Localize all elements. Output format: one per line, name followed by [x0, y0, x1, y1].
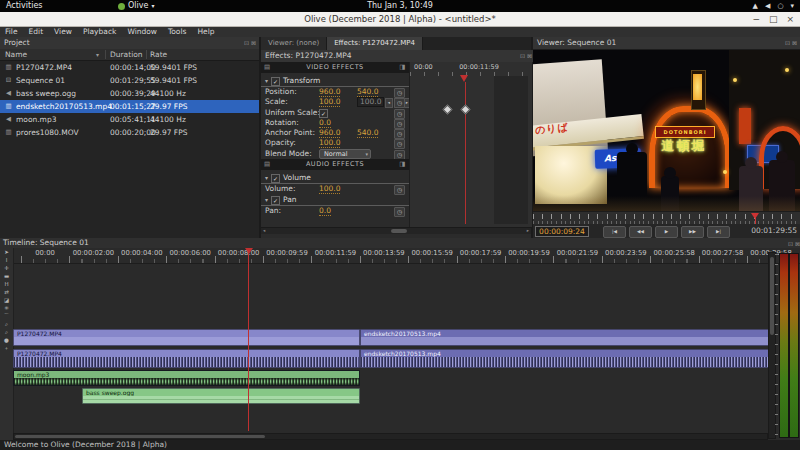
column-duration[interactable]: Duration	[110, 49, 143, 60]
audio-effects-bar[interactable]: ▤ AUDIO EFFECTS ◨	[261, 159, 409, 170]
pan-section-header[interactable]: ▾✓Pan	[261, 194, 409, 206]
project-column-headers[interactable]: Name ▾ Duration Rate	[0, 49, 259, 61]
menu-tools[interactable]: Tools	[168, 27, 186, 37]
effect-menu-icon[interactable]: ▤	[264, 62, 271, 73]
column-rate[interactable]: Rate	[150, 49, 167, 60]
parameter-checkbox[interactable]: ✓	[319, 109, 328, 118]
timeline-clip[interactable]: moon.mp3	[13, 370, 360, 386]
collapse-icon[interactable]: ▾	[265, 77, 268, 84]
blend-mode-dropdown[interactable]: Normal▾	[319, 149, 371, 159]
project-panel: Project ⊡⊠ Name ▾ Duration Rate ▥P127047…	[0, 37, 261, 238]
volume-section-header[interactable]: ▾✓Volume	[261, 172, 409, 184]
effects-panel: Viewer: (none) Effects: P1270472.MP4 Eff…	[261, 37, 533, 238]
close-panel-icon[interactable]: ⊠	[792, 37, 797, 49]
street-light	[733, 78, 737, 82]
timeline-tracks[interactable]: P1270472.MP4endsketch20170513.mp4P127047…	[0, 263, 800, 440]
current-timecode[interactable]: 00:00:09:24	[535, 226, 589, 237]
viewer-playhead[interactable]	[755, 213, 756, 224]
volume-icon[interactable]: ◀	[765, 0, 770, 12]
close-button[interactable]: ×	[786, 14, 794, 24]
effects-horizontal-scrollbar[interactable]: ◂▸	[261, 227, 531, 234]
float-panel-icon[interactable]: ⊡	[244, 37, 249, 49]
menu-file[interactable]: File	[5, 27, 18, 37]
timeline-clip[interactable]: endsketch20170513.mp4	[360, 329, 770, 346]
app-menu[interactable]: Olive ▾	[118, 0, 154, 12]
parameter-value[interactable]: 100.0	[319, 138, 340, 148]
go-to-start-button[interactable]: |◀	[603, 226, 626, 238]
collapse-icon[interactable]: ▾	[265, 174, 268, 181]
keyframe-playhead-handle[interactable]	[460, 75, 468, 82]
ruler-timecode: 00:00:23:59	[605, 249, 646, 257]
network-icon[interactable]: ▲	[753, 0, 758, 12]
keyframe-ruler[interactable]: 00:00 00:00:11:59	[410, 62, 532, 76]
next-frame-button[interactable]: ▶▶	[681, 226, 704, 238]
effect-toggle-icon[interactable]: ◨	[399, 62, 406, 73]
project-item[interactable]: ◀moon.mp300:05:41;1144100 Hz	[0, 113, 259, 126]
parameter-value[interactable]: 0.0	[319, 118, 331, 128]
scrollbar-thumb[interactable]	[15, 435, 265, 438]
menu-help[interactable]: Help	[197, 27, 214, 37]
volume-enabled-checkbox[interactable]: ✓	[271, 174, 280, 183]
minimize-button[interactable]: −	[752, 14, 760, 24]
media-rate: 59.9401 FPS	[150, 74, 197, 87]
parameter-value[interactable]: 960.0	[319, 87, 340, 97]
scrollbar-thumb[interactable]	[770, 257, 774, 335]
parameter-value[interactable]: 960.0	[319, 128, 340, 138]
timeline-clip[interactable]: P1270472.MP4	[13, 329, 360, 346]
play-button[interactable]: ▶	[655, 226, 678, 238]
close-panel-icon[interactable]: ⊠	[527, 50, 532, 62]
menu-playback[interactable]: Playback	[83, 27, 116, 37]
parameter-value[interactable]: 100.0	[319, 97, 340, 107]
project-item[interactable]: ▥endsketch20170513.mp400:01:15;2729.97 F…	[0, 100, 259, 113]
parameter-value[interactable]: 540.0	[357, 87, 378, 97]
prev-frame-button[interactable]: ◀◀	[629, 226, 652, 238]
scrollbar-thumb[interactable]	[391, 229, 407, 233]
tab-effects[interactable]: Effects: P1270472.MP4	[327, 37, 423, 50]
video-effects-bar[interactable]: ▤ VIDEO EFFECTS ◨	[261, 62, 409, 73]
pointer-tool[interactable]: ➤	[1, 248, 12, 256]
caret-down-icon[interactable]: ▾	[790, 0, 794, 12]
menu-window[interactable]: Window	[127, 27, 157, 37]
menu-view[interactable]: View	[54, 27, 72, 37]
project-item[interactable]: ◀bass sweep.ogg00:00:39;2944100 Hz	[0, 87, 259, 100]
project-item[interactable]: ▥P1270472.MP400:00:14;0059.9401 FPS	[0, 61, 259, 74]
go-to-end-button[interactable]: ▶|	[707, 226, 730, 238]
transform-section-header[interactable]: ▾✓Transform	[261, 75, 409, 87]
pan-value[interactable]: 0.0	[319, 206, 331, 216]
viewer-seek-bar[interactable]	[533, 211, 800, 225]
timeline-playhead[interactable]	[248, 248, 249, 431]
timeline-panel-header[interactable]: Timeline: Sequence 01 ⊡⊠	[0, 238, 800, 248]
maximize-button[interactable]: □	[769, 14, 778, 24]
float-panel-icon[interactable]: ⊡	[520, 50, 525, 62]
volume-value[interactable]: 100.0	[319, 184, 340, 194]
keyframe-marker[interactable]	[461, 105, 471, 115]
ruler-timecode: 00:00	[35, 249, 55, 257]
project-item[interactable]: ▥prores1080.MOV00:00:20;0029.97 FPS	[0, 126, 259, 139]
pan-enabled-checkbox[interactable]: ✓	[271, 196, 280, 205]
project-item[interactable]: ⊟Sequence 0100:01:29;5559.9401 FPS	[0, 74, 259, 87]
power-icon[interactable]: ○	[777, 0, 783, 12]
timeline-horizontal-scrollbar[interactable]	[13, 433, 768, 440]
float-panel-icon[interactable]: ⊡	[785, 37, 790, 49]
menu-edit[interactable]: Edit	[29, 27, 44, 37]
video-frame[interactable]: のりば Asahi DOTONBORI 道頓堀	[533, 50, 800, 211]
close-panel-icon[interactable]: ⊠	[251, 37, 256, 49]
transform-enabled-checkbox[interactable]: ✓	[271, 77, 280, 86]
collapse-icon[interactable]: ▾	[265, 196, 268, 203]
timeline-ruler[interactable]: 00:0000:00:02:0000:00:04:0000:00:06:0000…	[0, 248, 800, 264]
timeline-clip[interactable]: endsketch20170513.mp4	[360, 349, 770, 368]
effect-toggle-icon[interactable]: ◨	[399, 159, 406, 170]
volume-row: Volume: 100.0 ◷	[261, 184, 409, 194]
tab-viewer-none[interactable]: Viewer: (none)	[261, 37, 327, 50]
timeline-clip[interactable]: P1270472.MP4	[13, 349, 360, 368]
keyframe-marker[interactable]	[443, 105, 453, 115]
parameter-value[interactable]: 540.0	[357, 128, 378, 138]
timeline-clip[interactable]: bass sweep.ogg	[82, 388, 360, 404]
keyframe-timeline[interactable]: 00:00 00:00:11:59	[409, 62, 532, 227]
audio-meter-scale	[775, 254, 778, 436]
viewer-panel-header[interactable]: Viewer: Sequence 01 ⊡⊠	[533, 37, 800, 50]
system-tray[interactable]: ▲◀○▾	[753, 0, 794, 12]
effect-menu-icon[interactable]: ▤	[264, 159, 271, 170]
column-name[interactable]: Name	[5, 49, 27, 60]
keyframe-toggle-icon[interactable]: ◷	[394, 207, 405, 217]
